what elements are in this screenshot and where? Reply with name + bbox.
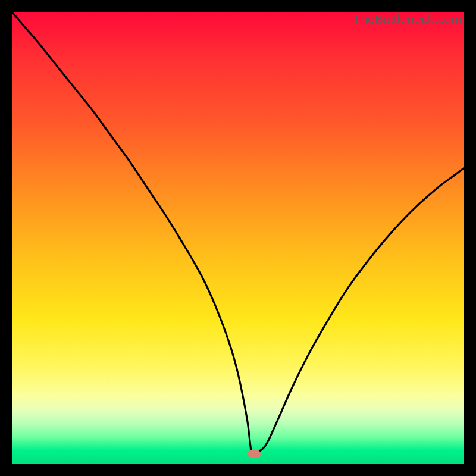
plot-area: TheBottleneck.com: [12, 12, 464, 464]
bottleneck-curve: [12, 12, 464, 456]
curve-svg: [12, 12, 464, 464]
chart-frame: TheBottleneck.com: [0, 0, 476, 476]
optimum-marker: [248, 450, 261, 458]
